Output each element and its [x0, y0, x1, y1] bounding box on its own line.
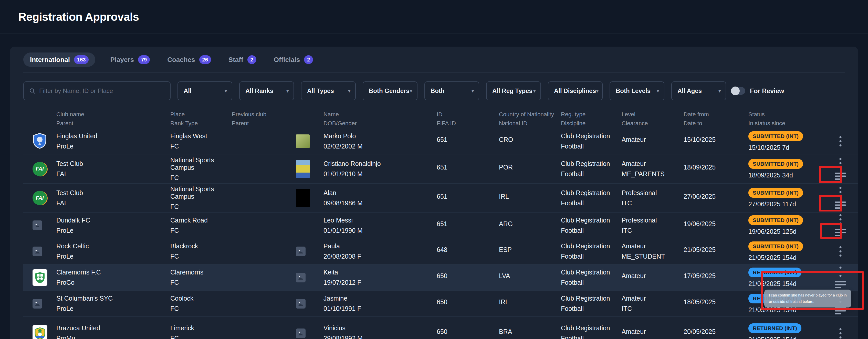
cell-reg-type: Club RegistrationFootball — [561, 265, 622, 290]
dropdown-all-disciplines[interactable]: All Disciplines▾ — [548, 82, 603, 100]
table-body: Finglas UnitedProLeFinglas WestFCMarko P… — [10, 128, 858, 339]
row-actions — [833, 154, 848, 183]
table-header: Club nameParentPlaceRank TypePrevious cl… — [23, 110, 858, 128]
status-badge: SUBMITTED (INT) — [748, 159, 803, 169]
tab-label: International — [30, 56, 70, 64]
cell-previous-club — [232, 184, 296, 212]
cell-club-name: St Columban's SYCProLe — [56, 290, 170, 316]
dropdown-all-ranks[interactable]: All Ranks▾ — [239, 82, 294, 100]
row-actions — [833, 238, 848, 264]
cell-player-photo — [296, 128, 323, 154]
dropdown-value: All — [184, 87, 192, 94]
for-review-toggle[interactable] — [732, 87, 745, 95]
cell-status: SUBMITTED (INT)21/05/2025 154d — [748, 238, 819, 264]
kebab-menu-icon[interactable] — [839, 158, 842, 168]
row-actions — [833, 128, 848, 154]
cell-place: Finglas WestFC — [170, 128, 232, 154]
table-row[interactable]: Finglas UnitedProLeFinglas WestFCMarko P… — [23, 128, 858, 154]
dropdown-value: All Ages — [677, 87, 702, 94]
kebab-menu-icon[interactable] — [839, 187, 842, 197]
cell-previous-club — [232, 290, 296, 316]
chevron-down-icon: ▾ — [533, 88, 536, 94]
cell-name: Paula26/08/2008 F — [323, 238, 437, 264]
cell-player-photo — [296, 213, 323, 238]
tab-officials[interactable]: Officials2 — [271, 53, 316, 67]
table-row[interactable]: FAITest ClubFAINational Sports CampusFCC… — [23, 154, 858, 184]
tab-count-badge: 2 — [304, 55, 313, 64]
row-actions — [833, 213, 848, 238]
notes-icon[interactable] — [835, 172, 846, 180]
player-photo — [296, 189, 310, 207]
cell-reg-type: Club RegistrationFootball — [561, 184, 622, 212]
search-box[interactable] — [23, 82, 170, 100]
tab-players[interactable]: Players79 — [107, 53, 152, 67]
player-photo — [296, 160, 310, 178]
dropdown-all-reg-types[interactable]: All Reg Types▾ — [486, 82, 541, 100]
tab-count-badge: 26 — [199, 55, 211, 64]
tab-staff[interactable]: Staff2 — [226, 53, 259, 67]
cell-reg-type: Club RegistrationFootball — [561, 238, 622, 264]
cell-name: Keita19/07/2012 F — [323, 265, 437, 290]
cell-club-logo — [23, 317, 56, 339]
kebab-menu-icon[interactable] — [839, 136, 842, 147]
header-cell-id: IDFIFA ID — [437, 110, 499, 128]
in-status-since: 21/05/2025 154d — [748, 254, 814, 261]
header-cell-previous-club: Previous clubParent — [232, 110, 296, 128]
dropdown-all[interactable]: All▾ — [178, 82, 232, 100]
cell-id: 650 — [437, 265, 499, 290]
cell-id: 651 — [437, 213, 499, 238]
tab-coaches[interactable]: Coaches26 — [165, 53, 214, 67]
kebab-menu-icon[interactable] — [839, 214, 842, 225]
dropdown-value: Both Levels — [616, 87, 651, 94]
cell-reg-type: Club RegistrationFootball — [561, 154, 622, 183]
cell-club-logo — [23, 238, 56, 264]
header-cell-status: StatusIn status since — [748, 110, 819, 128]
cell-club-logo — [23, 290, 56, 316]
cell-id: 651 — [437, 128, 499, 154]
player-photo-placeholder-icon — [296, 273, 306, 282]
kebab-menu-icon[interactable] — [839, 328, 842, 339]
search-input[interactable] — [39, 87, 165, 94]
cell-level: AmateurITC — [622, 290, 684, 316]
table-row[interactable]: Claremorris F.CProCoClaremorrisFCKeita19… — [23, 265, 858, 290]
table-row[interactable]: Dundalk FCProLeCarrick RoadFCLeo Messi01… — [23, 213, 858, 238]
dropdown-all-types[interactable]: All Types▾ — [301, 82, 356, 100]
dropdown-all-ages[interactable]: All Ages▾ — [671, 82, 726, 100]
notes-icon[interactable] — [835, 281, 846, 289]
in-status-since: 21/05/2025 154d — [748, 336, 814, 339]
cell-id: 651 — [437, 154, 499, 183]
in-status-since: 19/06/2025 125d — [748, 228, 814, 235]
cell-status: SUBMITTED (INT)15/10/2025 7d — [748, 128, 819, 154]
table-row[interactable]: St Columban's SYCProLeCoolockFCJasmine01… — [23, 290, 858, 317]
cell-place: National Sports CampusFC — [170, 154, 232, 183]
cell-club-name: Rock CelticProLe — [56, 238, 170, 264]
cell-date-from: 21/05/2025 — [684, 238, 748, 264]
notes-icon[interactable] — [835, 201, 846, 209]
kebab-menu-icon[interactable] — [839, 266, 842, 277]
dropdown-both[interactable]: Both▾ — [424, 82, 479, 100]
chevron-down-icon: ▾ — [471, 88, 474, 94]
cell-club-name: Test ClubFAI — [56, 184, 170, 212]
cell-reg-type: Club RegistrationFootball — [561, 317, 622, 339]
header-cell-empty — [23, 110, 56, 128]
dropdown-both-levels[interactable]: Both Levels▾ — [610, 82, 664, 100]
cell-club-name: Dundalk FCProLe — [56, 213, 170, 238]
dropdown-both-genders[interactable]: Both Genders▾ — [363, 82, 417, 100]
table-row[interactable]: Brazuca UnitedProMuLimerickFCVinicius29/… — [23, 317, 858, 339]
table-row[interactable]: Rock CelticProLeBlackrockFCPaula26/08/20… — [23, 238, 858, 265]
cell-place: Carrick RoadFC — [170, 213, 232, 238]
tab-label: Staff — [228, 56, 243, 64]
cell-actions — [819, 213, 858, 238]
notes-icon[interactable] — [835, 228, 846, 237]
note-tooltip-line: or outside of Ireland before. — [769, 299, 847, 305]
cell-player-photo — [296, 290, 323, 316]
tab-international[interactable]: International163 — [23, 53, 95, 67]
kebab-menu-icon[interactable] — [839, 246, 842, 257]
dropdown-group: All▾All Ranks▾All Types▾Both Genders▾Bot… — [178, 82, 726, 100]
table-row[interactable]: FAITest ClubFAINational Sports CampusFCA… — [23, 184, 858, 213]
cell-date-from: 18/05/2025 — [684, 290, 748, 316]
cell-country: ESP — [499, 238, 561, 264]
header-cell-level: LevelClearance — [622, 110, 684, 128]
notes-icon[interactable] — [835, 307, 846, 315]
cell-country: IRL — [499, 184, 561, 212]
